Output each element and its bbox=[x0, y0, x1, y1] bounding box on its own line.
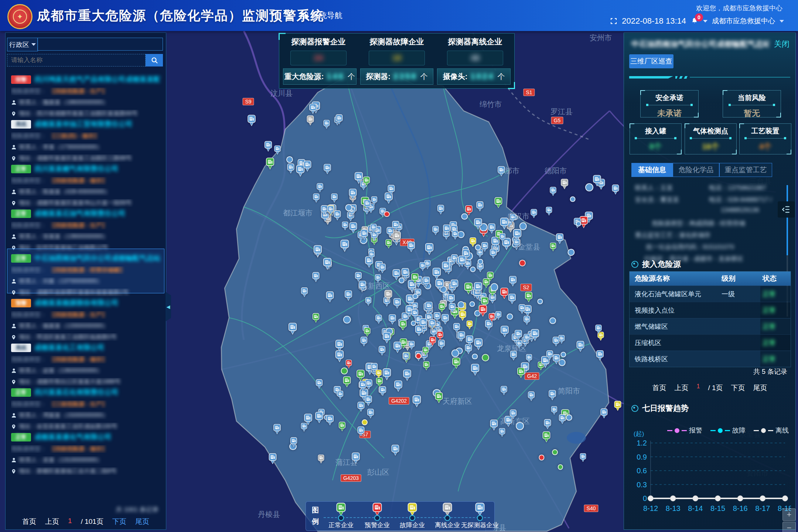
map-marker-pin[interactable] bbox=[549, 187, 557, 198]
map-marker-pin[interactable] bbox=[595, 324, 603, 335]
map-marker-pin[interactable] bbox=[362, 176, 371, 188]
map-marker-pin[interactable] bbox=[313, 245, 323, 259]
map-marker-dot[interactable] bbox=[461, 214, 468, 220]
map-marker-pin[interactable] bbox=[408, 341, 415, 351]
company-card[interactable]: 预警成都某某能源股份有限公司危险源类型：【四级危险源 - 生产】联系人：杨某某（… bbox=[7, 293, 164, 338]
map-marker-pin[interactable] bbox=[560, 178, 569, 191]
map-marker-pin[interactable] bbox=[489, 249, 497, 260]
map-marker-dot[interactable] bbox=[558, 464, 563, 470]
map-marker-pin[interactable] bbox=[434, 279, 445, 293]
map-marker-pin[interactable] bbox=[500, 386, 508, 397]
map-marker-pin[interactable] bbox=[268, 453, 277, 466]
map-marker-pin[interactable] bbox=[448, 303, 456, 314]
map-marker-pin[interactable] bbox=[375, 369, 382, 380]
map-marker-pin[interactable] bbox=[370, 224, 378, 235]
page-first[interactable]: 首页 bbox=[22, 517, 36, 526]
map-marker-pin[interactable] bbox=[508, 276, 517, 288]
map-marker-dot[interactable] bbox=[451, 349, 459, 357]
map-marker-pin[interactable] bbox=[335, 340, 345, 353]
3d-patrol-button[interactable]: 三维厂区巡查 bbox=[629, 54, 673, 68]
map-marker-pin[interactable] bbox=[402, 369, 412, 383]
map-marker-dot[interactable] bbox=[341, 368, 348, 375]
map-marker-pin[interactable] bbox=[364, 395, 373, 407]
map-marker-dot[interactable] bbox=[343, 316, 351, 324]
map-marker-pin[interactable] bbox=[290, 437, 298, 449]
sidebar-collapse-handle[interactable]: ◀ bbox=[166, 292, 171, 321]
map-marker-pin[interactable] bbox=[442, 224, 451, 236]
map-marker-pin[interactable] bbox=[312, 272, 320, 284]
map-marker-pin[interactable] bbox=[465, 335, 474, 348]
map-marker-pin[interactable] bbox=[523, 334, 531, 345]
map-marker-pin[interactable] bbox=[412, 395, 422, 409]
map-marker-dot[interactable] bbox=[552, 449, 558, 455]
map-marker-pin[interactable] bbox=[263, 141, 273, 153]
map-marker-pin[interactable] bbox=[579, 453, 587, 464]
map-marker-pin[interactable] bbox=[441, 314, 450, 326]
map-marker-pin[interactable] bbox=[478, 304, 488, 318]
page-prev[interactable]: 上页 bbox=[674, 383, 688, 393]
map-marker-pin[interactable] bbox=[474, 338, 484, 352]
table-row[interactable]: 液化石油气储罐区单元一级正常 bbox=[630, 286, 791, 302]
map-marker-pin[interactable] bbox=[335, 114, 344, 126]
page-current[interactable]: 1 bbox=[696, 383, 700, 393]
map-marker-pin[interactable] bbox=[499, 233, 506, 243]
tab-key-process[interactable]: 重点监管工艺 bbox=[719, 163, 772, 177]
trend-legend-item[interactable]: 离线 bbox=[754, 426, 789, 435]
map-marker-pin[interactable] bbox=[391, 221, 400, 233]
map-marker-pin[interactable] bbox=[550, 406, 558, 416]
map-marker-pin[interactable] bbox=[385, 239, 393, 250]
map-marker-pin[interactable] bbox=[313, 193, 320, 204]
panel-expand-button[interactable] bbox=[778, 201, 795, 218]
tab-basic-info[interactable]: 基础信息 bbox=[631, 163, 673, 177]
map-marker-pin[interactable] bbox=[410, 273, 419, 285]
map-marker-pin[interactable] bbox=[354, 272, 362, 283]
map-marker-pin[interactable] bbox=[600, 408, 608, 420]
company-card[interactable]: 报警四川鸿某天然气产品有限公司成都某某配送中心危险源类型：【四级危险源 - 生产… bbox=[7, 70, 164, 115]
map-marker-pin[interactable] bbox=[545, 207, 553, 217]
map-marker-pin[interactable] bbox=[273, 424, 282, 436]
map-marker-pin[interactable] bbox=[391, 444, 400, 457]
map-marker-pin[interactable] bbox=[419, 318, 428, 331]
map-marker-pin[interactable] bbox=[300, 287, 308, 299]
map-marker-pin[interactable] bbox=[287, 163, 295, 175]
map-marker-pin[interactable] bbox=[457, 255, 467, 269]
map-marker-pin[interactable] bbox=[360, 229, 369, 242]
map-marker-pin[interactable] bbox=[555, 233, 564, 246]
map-marker-pin[interactable] bbox=[463, 282, 473, 296]
map-marker-pin[interactable] bbox=[406, 241, 416, 254]
map-marker-pin[interactable] bbox=[387, 185, 396, 197]
map-marker-dot[interactable] bbox=[413, 293, 418, 299]
map-marker-pin[interactable] bbox=[317, 454, 325, 465]
page-last[interactable]: 尾页 bbox=[753, 383, 767, 393]
map-marker-pin[interactable] bbox=[424, 301, 433, 314]
map-marker-pin[interactable] bbox=[437, 205, 445, 216]
map-marker-pin[interactable] bbox=[411, 309, 419, 320]
map-marker-dot[interactable] bbox=[470, 301, 475, 307]
map-marker-pin[interactable] bbox=[530, 209, 538, 220]
map-marker-pin[interactable] bbox=[323, 120, 330, 130]
map-marker-pin[interactable] bbox=[516, 367, 525, 380]
map-marker-pin[interactable] bbox=[508, 293, 516, 306]
map-marker-pin[interactable] bbox=[399, 320, 407, 332]
map-marker-dot[interactable] bbox=[539, 455, 544, 460]
map-marker-pin[interactable] bbox=[552, 337, 560, 348]
map-marker-pin[interactable] bbox=[360, 337, 368, 348]
table-row[interactable]: 铁路栈桥区正常 bbox=[630, 351, 791, 367]
map-marker-pin[interactable] bbox=[348, 188, 358, 201]
map-marker-dot[interactable] bbox=[482, 354, 489, 361]
table-row[interactable]: 燃气储罐区正常 bbox=[630, 318, 791, 334]
company-card[interactable]: 离线成都某某华油工贸有限责任公司危险源类型：【三级(四) - 储存】联系人：李某… bbox=[7, 115, 164, 159]
map-marker-pin[interactable] bbox=[375, 314, 382, 325]
company-card[interactable]: 正常四川某某燃气有限责任公司危险源类型：【四级危险源 - 储存】联系人：陈某某（… bbox=[7, 159, 164, 204]
map-marker-pin[interactable] bbox=[303, 160, 312, 173]
map-marker-pin[interactable] bbox=[513, 239, 520, 249]
map-marker-pin[interactable] bbox=[552, 354, 560, 366]
search-button[interactable] bbox=[146, 54, 163, 66]
map-marker-pin[interactable] bbox=[303, 413, 313, 427]
map-marker-pin[interactable] bbox=[499, 217, 509, 231]
page-prev[interactable]: 上页 bbox=[45, 517, 59, 526]
map-marker-pin[interactable] bbox=[530, 329, 540, 342]
map-marker-pin[interactable] bbox=[315, 379, 323, 391]
map-marker-pin[interactable] bbox=[323, 164, 332, 176]
region-value-input[interactable] bbox=[37, 38, 163, 51]
